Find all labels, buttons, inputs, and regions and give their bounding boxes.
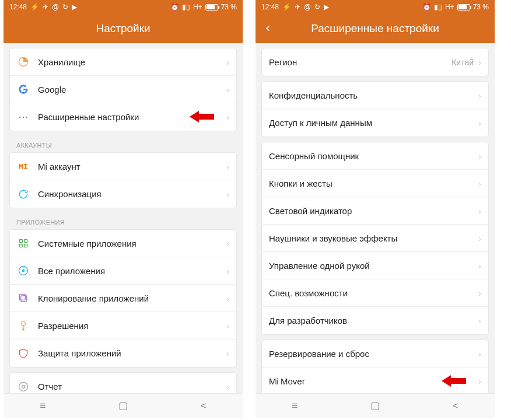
chevron-right-icon: ›: [226, 348, 229, 358]
nav-recents-icon[interactable]: ≡: [40, 400, 46, 412]
chevron-right-icon: ›: [478, 57, 481, 67]
settings-row[interactable]: Доступ к личным данным›: [262, 109, 488, 136]
row-label: Mi аккаунт: [38, 162, 226, 172]
sync-icon: ↻: [62, 3, 68, 11]
settings-row[interactable]: Расширенные настройки›: [10, 103, 236, 131]
settings-row[interactable]: Google›: [10, 76, 236, 103]
chevron-right-icon: ›: [478, 261, 481, 271]
settings-row[interactable]: Резервирование и сброс›: [262, 340, 488, 368]
svg-rect-6: [24, 239, 27, 242]
svg-point-13: [22, 321, 26, 326]
row-label: Кнопки и жесты: [269, 178, 478, 188]
nav-home-icon[interactable]: ▢: [370, 400, 380, 412]
row-label: Mi Mover: [269, 376, 478, 386]
battery-pct: 73 %: [473, 3, 489, 11]
advanced-settings-list[interactable]: РегионКитай›Конфиденциальность›Доступ к …: [256, 43, 495, 393]
settings-list[interactable]: Хранилище›Google›Расширенные настройки›А…: [4, 43, 243, 393]
at-icon: @: [304, 3, 311, 11]
settings-row[interactable]: Mi Mover›: [262, 368, 488, 393]
settings-row[interactable]: Световой индикатор›: [262, 197, 488, 225]
shield-icon: [17, 347, 30, 360]
row-label: Наушники и звуковые эффекты: [269, 233, 478, 243]
chevron-right-icon: ›: [226, 239, 229, 249]
group-header: АККАУНТЫ: [9, 136, 237, 152]
bolt-icon: ⚡: [282, 3, 291, 11]
nav-home-icon[interactable]: ▢: [118, 400, 128, 412]
settings-row[interactable]: Отчет›: [10, 373, 236, 393]
bolt-icon: ⚡: [30, 3, 39, 11]
status-bar: 12:48 ⚡ ✈ @ ↻ ▶ ⏰ ▮▯ H+ 73 %: [4, 0, 243, 14]
signal-icon: ▮▯: [182, 3, 190, 11]
row-label: Защита приложений: [38, 348, 226, 358]
row-label: Отчет: [38, 382, 226, 391]
phone-left: 12:48 ⚡ ✈ @ ↻ ▶ ⏰ ▮▯ H+ 73 % Настройки Х…: [4, 0, 243, 418]
more-icon: [17, 111, 30, 124]
chevron-right-icon: ›: [226, 189, 229, 199]
alarm-icon: ⏰: [422, 3, 431, 11]
battery-icon: [205, 4, 218, 10]
chevron-right-icon: ›: [478, 376, 481, 386]
settings-row[interactable]: Управление одной рукой›: [262, 252, 488, 279]
google-icon: [17, 83, 30, 96]
status-bar: 12:48 ⚡ ✈ @ ↻ ▶ ⏰ ▮▯ H+ 73 %: [256, 0, 495, 14]
report-icon: [17, 380, 30, 393]
row-label: Клонирование приложений: [38, 293, 226, 303]
settings-row[interactable]: РегионКитай›: [262, 48, 488, 76]
settings-row[interactable]: Клонирование приложений›: [10, 285, 236, 312]
alarm-icon: ⏰: [170, 3, 179, 11]
chevron-right-icon: ›: [478, 90, 481, 100]
row-label: Сенсорный помощник: [269, 151, 478, 161]
header-title: Расширенные настройки: [311, 22, 439, 35]
play-icon: ▶: [324, 3, 329, 11]
svg-point-3: [26, 116, 28, 118]
settings-row[interactable]: Синхронизация›: [10, 180, 236, 208]
row-label: Все приложения: [38, 266, 226, 276]
header: Настройки: [4, 14, 243, 43]
row-label: Синхронизация: [38, 189, 226, 199]
settings-row[interactable]: Сенсорный помощник›: [262, 142, 488, 170]
battery-pct: 73 %: [221, 3, 237, 11]
phone-right: 12:48 ⚡ ✈ @ ↻ ▶ ⏰ ▮▯ H+ 73 % Расширенные…: [256, 0, 495, 418]
settings-row[interactable]: Защита приложений›: [10, 340, 236, 367]
chevron-right-icon: ›: [226, 321, 229, 331]
navbar: ≡ ▢ <: [256, 393, 495, 418]
settings-row[interactable]: Для разработчиков›: [262, 307, 488, 334]
nav-recents-icon[interactable]: ≡: [292, 400, 298, 412]
nav-back-icon[interactable]: <: [453, 400, 459, 412]
row-label: Расширенные настройки: [38, 112, 226, 122]
settings-row[interactable]: Все приложения›: [10, 257, 236, 285]
settings-row[interactable]: Системные приложения›: [10, 230, 236, 257]
svg-point-1: [19, 116, 21, 118]
row-label: Регион: [269, 57, 452, 67]
row-label: Для разработчиков: [269, 316, 478, 326]
row-label: Резервирование и сброс: [269, 349, 478, 359]
perm-icon: [17, 319, 30, 332]
settings-row[interactable]: Спец. возможности›: [262, 279, 488, 307]
chevron-right-icon: ›: [478, 151, 481, 161]
svg-rect-11: [21, 296, 27, 302]
svg-point-2: [23, 116, 24, 118]
settings-row[interactable]: Наушники и звуковые эффекты›: [262, 225, 488, 252]
chevron-right-icon: ›: [226, 57, 229, 67]
allapps-icon: [17, 264, 30, 277]
group-header: ПРИЛОЖЕНИЯ: [9, 213, 237, 229]
navbar: ≡ ▢ <: [4, 393, 243, 418]
settings-row[interactable]: Разрешения›: [10, 312, 236, 340]
chevron-right-icon: ›: [226, 382, 229, 391]
at-icon: @: [52, 3, 59, 11]
nav-back-icon[interactable]: <: [201, 400, 206, 412]
back-button[interactable]: [264, 22, 272, 36]
status-time: 12:48: [9, 3, 27, 11]
chevron-right-icon: ›: [478, 349, 481, 359]
settings-row[interactable]: MIMi аккаунт›: [10, 153, 236, 180]
settings-row[interactable]: Конфиденциальность›: [262, 82, 488, 109]
chevron-right-icon: ›: [226, 112, 229, 122]
settings-row[interactable]: Хранилище›: [10, 48, 236, 76]
battery-icon: [457, 4, 470, 10]
chevron-right-icon: ›: [478, 288, 481, 298]
row-label: Световой индикатор: [269, 206, 478, 216]
settings-row[interactable]: Кнопки и жесты›: [262, 170, 488, 197]
chevron-right-icon: ›: [226, 85, 229, 94]
svg-rect-5: [19, 239, 22, 242]
chevron-right-icon: ›: [478, 233, 481, 243]
